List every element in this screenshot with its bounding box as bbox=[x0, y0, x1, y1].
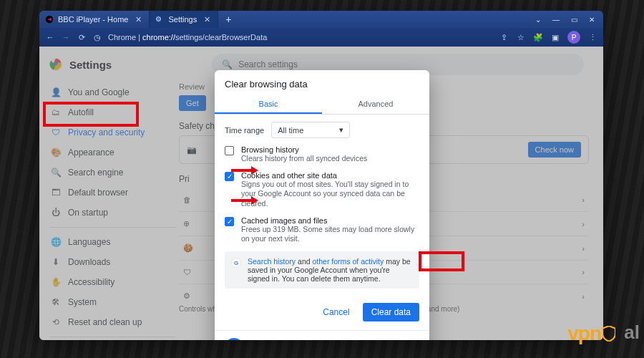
info-box: G Search history and other forms of acti… bbox=[225, 251, 419, 289]
close-window-button[interactable]: ✕ bbox=[589, 16, 595, 24]
toolbar: ← → ⟳ ◷ Chrome | chrome://settings/clear… bbox=[39, 28, 603, 47]
checkbox-title: Browsing history bbox=[241, 145, 367, 154]
profile-name: Paul Adonis bbox=[250, 339, 371, 340]
chevron-down-icon: ▾ bbox=[339, 125, 343, 135]
address-prefix: Chrome | bbox=[108, 33, 142, 42]
shield-icon bbox=[602, 326, 615, 342]
share-icon[interactable]: ⇪ bbox=[499, 32, 509, 42]
checkbox-sub: Signs you out of most sites. You'll stay… bbox=[241, 180, 419, 209]
info-mid: and bbox=[296, 257, 312, 266]
star-icon[interactable]: ☆ bbox=[516, 32, 526, 42]
profile-avatar-icon: P bbox=[225, 338, 243, 340]
profile-row: P Paul Adonis Syncing to pauladonissi@gm… bbox=[215, 335, 429, 340]
annotation-arrow-cookies bbox=[231, 166, 260, 175]
tab-label: Settings bbox=[168, 15, 197, 24]
checkbox-sub: Frees up 319 MB. Some sites may load mor… bbox=[241, 225, 419, 244]
reload-icon[interactable]: ⟳ bbox=[77, 32, 87, 42]
vpn-text: vpn bbox=[567, 322, 601, 345]
checkbox-browsing-history[interactable] bbox=[225, 146, 234, 155]
bbc-favicon-icon bbox=[45, 15, 54, 24]
chrome-icon: ◷ bbox=[92, 32, 102, 42]
maximize-button[interactable]: ▭ bbox=[571, 16, 577, 24]
address-bar[interactable]: Chrome | chrome://settings/clearBrowserD… bbox=[108, 33, 493, 42]
time-range-value: All time bbox=[278, 126, 303, 135]
time-range-select[interactable]: All time ▾ bbox=[271, 122, 350, 138]
tab-basic[interactable]: Basic bbox=[215, 95, 322, 114]
checkbox-cache[interactable]: ✓ bbox=[225, 217, 234, 226]
dialog-tabs: Basic Advanced bbox=[215, 95, 429, 115]
address-host: chrome:// bbox=[142, 33, 175, 42]
google-icon: G bbox=[230, 257, 242, 268]
chevron-down-icon[interactable]: ⌄ bbox=[535, 16, 541, 24]
dialog-divider bbox=[215, 330, 429, 331]
annotation-box-clear-data bbox=[419, 251, 464, 271]
profile-avatar[interactable]: P bbox=[567, 31, 580, 44]
menu-icon[interactable]: ⋮ bbox=[587, 32, 597, 42]
browser-window: BBC iPlayer - Home ✕ ⚙ Settings ✕ + ⌄ — … bbox=[39, 11, 603, 340]
checkbox-sub: Clears history from all synced devices bbox=[241, 154, 367, 164]
annotation-arrow-cache bbox=[231, 196, 260, 205]
window-controls: ⌄ — ▭ ✕ bbox=[535, 16, 603, 24]
tab-bbc[interactable]: BBC iPlayer - Home ✕ bbox=[39, 11, 150, 28]
watermark-tail: al bbox=[624, 321, 640, 344]
search-history-link[interactable]: Search history bbox=[248, 257, 296, 266]
clear-data-button[interactable]: Clear data bbox=[363, 303, 419, 321]
present-icon[interactable]: ▣ bbox=[550, 32, 560, 42]
minimize-button[interactable]: — bbox=[552, 16, 560, 24]
tab-advanced[interactable]: Advanced bbox=[322, 95, 429, 114]
address-path: settings/clearBrowserData bbox=[175, 33, 267, 42]
clear-browsing-data-dialog: Clear browsing data Basic Advanced Time … bbox=[215, 70, 429, 340]
tab-label: BBC iPlayer - Home bbox=[58, 15, 128, 24]
checkbox-title: Cached images and files bbox=[241, 216, 419, 225]
extensions-icon[interactable]: 🧩 bbox=[533, 32, 543, 42]
back-icon[interactable]: ← bbox=[45, 32, 55, 42]
checkbox-title: Cookies and other site data bbox=[241, 171, 419, 180]
titlebar: BBC iPlayer - Home ✕ ⚙ Settings ✕ + ⌄ — … bbox=[39, 11, 603, 28]
new-tab-button[interactable]: + bbox=[218, 14, 238, 25]
other-activity-link[interactable]: other forms of activity bbox=[312, 257, 384, 266]
tab-settings[interactable]: ⚙ Settings ✕ bbox=[150, 11, 218, 28]
svg-text:G: G bbox=[234, 260, 238, 266]
close-icon[interactable]: ✕ bbox=[204, 15, 210, 24]
cancel-button[interactable]: Cancel bbox=[317, 303, 355, 321]
content-area: Settings 🔍 Search settings 👤You and Goog… bbox=[39, 47, 603, 340]
vpn-watermark: vpn bbox=[567, 322, 615, 345]
gear-icon: ⚙ bbox=[155, 15, 164, 24]
time-range-label: Time range bbox=[225, 126, 264, 135]
forward-icon[interactable]: → bbox=[61, 32, 71, 42]
dialog-title: Clear browsing data bbox=[215, 79, 429, 95]
close-icon[interactable]: ✕ bbox=[135, 15, 142, 24]
annotation-box-privacy bbox=[43, 102, 139, 127]
